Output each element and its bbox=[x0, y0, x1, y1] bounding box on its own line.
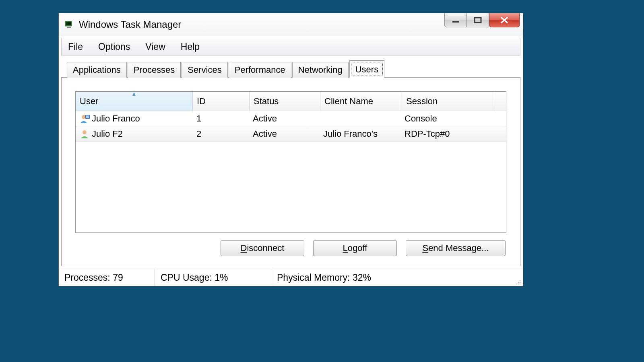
cell-status: Active bbox=[249, 113, 319, 124]
user-local-icon bbox=[80, 113, 90, 124]
disconnect-button[interactable]: Disconnect bbox=[221, 240, 304, 256]
user-row[interactable]: Julio F2 2 Active Julio Franco's RDP-Tcp… bbox=[75, 126, 506, 142]
svg-point-14 bbox=[520, 284, 521, 285]
cell-client: Julio Franco's bbox=[319, 129, 400, 139]
status-processes: Processes: 79 bbox=[59, 269, 155, 286]
desktop-background: Windows Task Manager File Options View H… bbox=[0, 0, 644, 362]
cell-status: Active bbox=[249, 129, 319, 139]
menu-view[interactable]: View bbox=[143, 40, 167, 54]
send-message-button[interactable]: Send Message... bbox=[406, 240, 506, 256]
status-cpu: CPU Usage: 1% bbox=[155, 269, 271, 286]
close-button[interactable] bbox=[489, 13, 520, 27]
cell-session: RDP-Tcp#0 bbox=[400, 129, 491, 139]
cell-user: Julio Franco bbox=[92, 113, 140, 124]
svg-rect-2 bbox=[67, 27, 71, 28]
col-header-id[interactable]: ID bbox=[193, 92, 250, 111]
task-manager-window: Windows Task Manager File Options View H… bbox=[58, 13, 523, 286]
titlebar[interactable]: Windows Task Manager bbox=[59, 13, 523, 36]
menu-help[interactable]: Help bbox=[178, 40, 202, 54]
action-buttons: Disconnect Logoff Send Message... bbox=[75, 233, 506, 259]
svg-point-11 bbox=[520, 282, 521, 283]
maximize-button[interactable] bbox=[467, 13, 489, 27]
svg-rect-3 bbox=[452, 21, 459, 23]
menu-options[interactable]: Options bbox=[96, 40, 132, 54]
col-header-status[interactable]: Status bbox=[250, 92, 320, 111]
users-listview[interactable]: ▲ User ID Status Client Name Session bbox=[75, 91, 506, 233]
tab-users[interactable]: Users bbox=[349, 60, 384, 78]
svg-rect-4 bbox=[475, 18, 481, 23]
app-icon bbox=[64, 20, 74, 29]
tab-applications[interactable]: Applications bbox=[67, 62, 127, 78]
tab-performance[interactable]: Performance bbox=[229, 62, 291, 78]
user-row[interactable]: Julio Franco 1 Active Console bbox=[76, 111, 506, 126]
status-memory: Physical Memory: 32% bbox=[271, 269, 512, 286]
window-title: Windows Task Manager bbox=[79, 19, 444, 30]
menu-file[interactable]: File bbox=[66, 40, 85, 54]
tab-networking[interactable]: Networking bbox=[292, 62, 349, 78]
menubar: File Options View Help bbox=[61, 38, 520, 56]
cell-session: Console bbox=[400, 113, 491, 124]
svg-rect-1 bbox=[66, 22, 71, 25]
tab-processes[interactable]: Processes bbox=[128, 62, 181, 78]
logoff-button[interactable]: Logoff bbox=[313, 240, 397, 256]
col-header-user[interactable]: ▲ User bbox=[76, 92, 193, 111]
user-remote-icon bbox=[80, 129, 90, 139]
tabstrip: Applications Processes Services Performa… bbox=[61, 60, 520, 78]
svg-point-9 bbox=[520, 280, 521, 282]
sort-ascending-icon: ▲ bbox=[131, 91, 137, 97]
cell-user: Julio F2 bbox=[92, 129, 123, 139]
col-header-session[interactable]: Session bbox=[402, 92, 493, 111]
minimize-button[interactable] bbox=[444, 13, 467, 27]
svg-rect-7 bbox=[86, 115, 89, 118]
resize-grip-icon[interactable] bbox=[512, 268, 523, 287]
cell-id: 2 bbox=[192, 129, 249, 139]
svg-point-5 bbox=[82, 115, 86, 119]
svg-point-12 bbox=[516, 284, 518, 285]
users-panel: ▲ User ID Status Client Name Session bbox=[61, 77, 520, 266]
svg-point-10 bbox=[518, 282, 519, 283]
statusbar: Processes: 79 CPU Usage: 1% Physical Mem… bbox=[59, 269, 523, 286]
listview-body: Julio Franco 1 Active Console Julio F2 bbox=[76, 111, 506, 142]
svg-point-8 bbox=[83, 130, 87, 134]
col-header-pad bbox=[493, 92, 506, 111]
svg-point-13 bbox=[518, 284, 519, 285]
tab-services[interactable]: Services bbox=[182, 62, 227, 78]
col-header-client[interactable]: Client Name bbox=[320, 92, 402, 111]
cell-id: 1 bbox=[192, 113, 249, 124]
listview-header: ▲ User ID Status Client Name Session bbox=[76, 92, 506, 111]
